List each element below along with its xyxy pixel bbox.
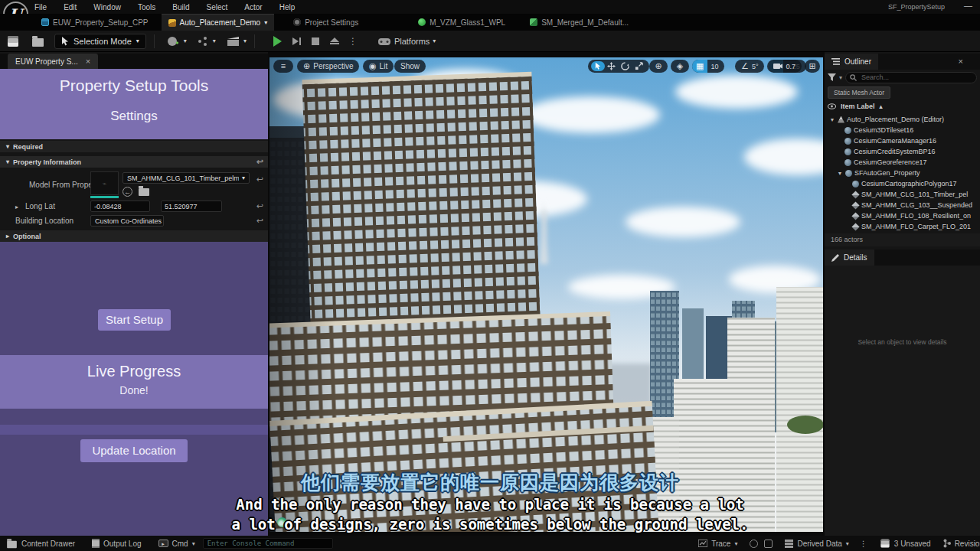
close-icon[interactable]: × xyxy=(959,57,963,66)
use-selected-asset-icon[interactable]: ← xyxy=(122,187,132,197)
grid-snap-value[interactable]: 10 xyxy=(710,63,718,70)
menu-actor[interactable]: Actor xyxy=(244,3,262,11)
console-command-input[interactable] xyxy=(203,538,333,549)
model-asset-dropdown[interactable]: SM_AHMM_CLG_101_Timber_pelmet_deta ▾ xyxy=(122,172,250,184)
maximize-viewport-button[interactable]: ⊞ xyxy=(805,60,820,73)
tree-row[interactable]: CesiumCameraManager16 xyxy=(825,135,980,146)
blueprints-button[interactable]: ▾ xyxy=(198,36,216,47)
tree-row[interactable]: CesiumGeoreference17 xyxy=(825,157,980,168)
tree-row[interactable]: ▼Auto_Placement_Demo (Editor) xyxy=(825,114,980,125)
scale-tool-icon[interactable] xyxy=(635,62,643,70)
tree-row[interactable]: Cesium3DTileset16 xyxy=(825,125,980,135)
play-button[interactable] xyxy=(273,36,282,47)
unsaved-button[interactable]: 3 Unsaved xyxy=(880,538,931,549)
tree-row[interactable]: SM_AHMM_FLO_Carpet_FLO_201 xyxy=(825,221,980,232)
filter-chip-static-mesh-actor[interactable]: Static Mesh Actor xyxy=(828,86,890,99)
eye-icon[interactable] xyxy=(828,103,836,109)
reset-to-default-icon[interactable]: ↩ xyxy=(256,201,263,211)
tab-details[interactable]: Details xyxy=(825,249,874,266)
tab-euw-property[interactable]: EUW Property S... × xyxy=(8,54,98,69)
frame-skip-button[interactable] xyxy=(292,37,301,45)
longitude-field[interactable] xyxy=(90,201,150,212)
trace-dropdown[interactable]: Trace ▾ xyxy=(698,540,737,548)
tab-sm-merged[interactable]: SM_Merged_M_Default... xyxy=(523,14,635,31)
menu-help[interactable]: Help xyxy=(279,3,296,11)
rotation-snap-group[interactable]: ∠ 5° xyxy=(735,60,764,73)
update-location-button[interactable]: Update Location xyxy=(80,439,188,462)
world-coordinate-button[interactable]: ⊕ xyxy=(649,60,668,73)
viewport-options-button[interactable]: ≡ xyxy=(273,60,293,73)
output-log-button[interactable]: Output Log xyxy=(92,539,141,548)
mesh-thumbnail[interactable]: ⌁ xyxy=(90,171,119,195)
level-viewport[interactable]: ≡ ⊕ Perspective ◉ Lit Show ⊕ xyxy=(270,57,823,532)
grid-snap-toggle[interactable]: ▦ xyxy=(692,60,707,73)
menu-tools[interactable]: Tools xyxy=(138,3,155,11)
platforms-dropdown[interactable]: Platforms ▾ xyxy=(377,37,436,46)
menu-build[interactable]: Build xyxy=(172,3,189,11)
minimize-button[interactable]: — xyxy=(964,1,972,10)
outliner-column-header[interactable]: Item Label ▴ xyxy=(828,101,977,112)
tree-row[interactable]: SM_AHMM_CLG_101_Timber_pel xyxy=(825,189,980,200)
tree-row[interactable]: CesiumCartographicPolygon17 xyxy=(825,178,980,189)
rotate-tool-icon[interactable] xyxy=(621,62,629,70)
outliner-search-input[interactable] xyxy=(845,72,977,83)
reset-to-default-icon[interactable]: ↩ xyxy=(256,174,263,184)
caret-down-icon[interactable]: ▼ xyxy=(837,171,843,176)
select-tool-button[interactable] xyxy=(591,61,605,71)
tab-euw-property-setup[interactable]: EUW_Property_Setup_CPP xyxy=(34,14,155,31)
caret-right-icon[interactable]: ▸ xyxy=(15,204,18,210)
city-scene[interactable] xyxy=(270,57,823,532)
perspective-dropdown[interactable]: ⊕ Perspective xyxy=(297,60,359,73)
caret-down-icon[interactable]: ▾ xyxy=(839,74,842,81)
browse-to-asset-icon[interactable] xyxy=(139,188,149,196)
tab-outliner[interactable]: Outliner xyxy=(825,54,878,70)
latitude-field[interactable] xyxy=(161,201,222,212)
rotation-snap-value[interactable]: 5° xyxy=(752,63,759,70)
camera-speed-group[interactable]: 0.7 xyxy=(767,60,802,73)
camera-speed-value[interactable]: 0.7 xyxy=(786,63,795,70)
play-options-button[interactable]: ⋮ xyxy=(348,36,358,47)
close-icon[interactable]: × xyxy=(86,57,90,66)
tree-row[interactable]: ▼SFAutoGen_Property xyxy=(825,168,980,178)
content-drawer-button[interactable]: Content Drawer xyxy=(6,538,75,549)
stop-button[interactable] xyxy=(312,37,319,45)
menu-window[interactable]: Window xyxy=(93,3,121,11)
section-property-information[interactable]: ▾ Property Information ↩ xyxy=(0,156,268,168)
menu-edit[interactable]: Edit xyxy=(64,3,77,11)
reset-to-default-icon[interactable]: ↩ xyxy=(256,157,263,167)
cmd-dropdown[interactable]: ▸ Cmd ▾ xyxy=(158,540,195,548)
tab-auto-placement-demo[interactable]: Auto_Placement_Demo ▾ xyxy=(162,14,275,31)
grid-snap-group[interactable]: ▦ 10 xyxy=(692,60,724,73)
cinematics-button[interactable]: ▾ xyxy=(227,36,247,47)
tree-row[interactable]: SM_AHMM_FLO_108_Resilient_on xyxy=(825,210,980,221)
add-actor-button[interactable]: ▾ xyxy=(167,35,187,47)
surface-snapping-button[interactable]: ◈ xyxy=(671,60,689,73)
building-location-dropdown[interactable]: Custom Co-Ordinates ▾ xyxy=(90,215,164,227)
menu-file[interactable]: File xyxy=(34,3,47,11)
view-mode-dropdown[interactable]: ◉ Lit xyxy=(363,60,394,73)
tree-row[interactable]: CesiumCreditSystemBP16 xyxy=(825,146,980,157)
selection-mode-dropdown[interactable]: Selection Mode ▾ xyxy=(54,34,146,49)
start-setup-button[interactable]: Start Setup xyxy=(98,309,171,331)
reset-to-default-icon[interactable]: ↩ xyxy=(256,216,263,226)
save-button[interactable] xyxy=(8,36,18,47)
tab-m-vzm-glass[interactable]: M_VZM_Glass1_WPL xyxy=(411,14,512,31)
derived-data-dropdown[interactable]: Derived Data ▾ xyxy=(785,540,848,548)
tree-row[interactable]: SM_AHMM_CLG_103__Suspended xyxy=(825,200,980,210)
status-overflow-button[interactable]: ⋮ xyxy=(860,540,867,548)
section-required[interactable]: ▾ Required xyxy=(0,141,268,152)
browse-content-button[interactable] xyxy=(32,36,44,47)
snapshot-icon[interactable] xyxy=(764,540,773,548)
move-tool-icon[interactable] xyxy=(607,62,616,70)
actor-label: CesiumGeoreference17 xyxy=(854,158,927,166)
search-icon xyxy=(850,74,857,81)
caret-down-icon[interactable]: ▼ xyxy=(829,117,835,122)
menu-select[interactable]: Select xyxy=(207,3,228,11)
filter-icon[interactable] xyxy=(828,73,836,81)
insights-icon[interactable] xyxy=(750,540,758,548)
tab-project-settings[interactable]: Project Settings xyxy=(286,14,365,31)
eject-button[interactable] xyxy=(330,37,339,44)
section-optional[interactable]: ▸ Optional xyxy=(0,230,268,242)
revision-control-button[interactable]: Revision Control xyxy=(943,539,980,548)
show-flags-dropdown[interactable]: Show xyxy=(394,60,426,73)
